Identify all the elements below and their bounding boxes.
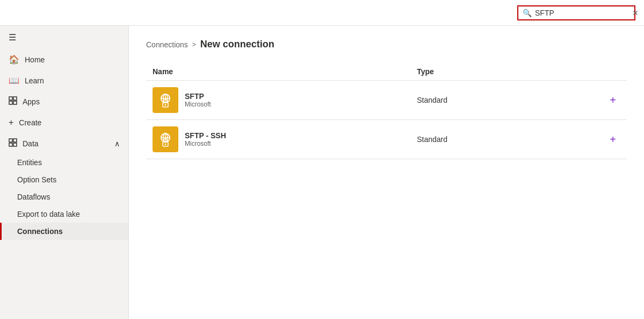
sftp-ssh-name: SFTP - SSH: [185, 131, 226, 140]
svg-rect-2: [9, 101, 12, 104]
sidebar-item-apps-label: Apps: [23, 97, 40, 106]
sidebar-item-option-sets[interactable]: Option Sets: [0, 171, 128, 188]
sidebar-item-connections[interactable]: Connections: [0, 223, 128, 240]
column-header-action: [579, 63, 627, 81]
sidebar-item-home[interactable]: 🏠 Home: [0, 49, 128, 70]
sidebar-item-entities[interactable]: Entities: [0, 154, 128, 171]
sftp-name: SFTP: [185, 92, 211, 101]
breadcrumb-current: New connection: [200, 39, 274, 50]
data-section-label: Data: [23, 139, 39, 148]
sftp-publisher: Microsoft: [185, 101, 211, 108]
content-area: Connections > New connection Name Type: [129, 26, 644, 319]
svg-point-19: [165, 144, 167, 145]
svg-rect-5: [13, 139, 17, 142]
svg-rect-3: [13, 101, 17, 104]
search-icon: 🔍: [523, 9, 532, 17]
sidebar-item-apps[interactable]: Apps: [0, 91, 128, 112]
svg-rect-1: [13, 97, 17, 100]
column-header-type: Type: [410, 63, 578, 81]
table-row: SFTP - SSH Microsoft Standard +: [146, 120, 627, 159]
column-header-name: Name: [146, 63, 410, 81]
hamburger-button[interactable]: ☰: [0, 26, 128, 49]
table-header-row: Name Type: [146, 63, 627, 81]
sidebar-item-export[interactable]: Export to data lake: [0, 205, 128, 223]
sftp-add-button[interactable]: +: [605, 92, 620, 109]
connector-name-cell: SFTP - SSH Microsoft: [146, 120, 410, 159]
apps-icon: [9, 96, 17, 107]
sftp-add-cell: +: [579, 81, 627, 120]
top-bar: 🔍 ✕: [0, 0, 644, 26]
sidebar-item-learn[interactable]: 📖 Learn: [0, 70, 128, 91]
sftp-ssh-type: Standard: [410, 120, 578, 159]
breadcrumb-separator: >: [192, 41, 196, 48]
sftp-icon: [153, 87, 178, 113]
search-box: 🔍 ✕: [517, 5, 635, 20]
close-icon[interactable]: ✕: [632, 9, 639, 17]
book-icon: 📖: [9, 75, 19, 86]
svg-rect-7: [13, 143, 17, 146]
sftp-type: Standard: [410, 81, 578, 120]
connections-table: Name Type: [146, 63, 627, 159]
table-row: SFTP Microsoft Standard +: [146, 81, 627, 120]
svg-point-13: [165, 104, 167, 106]
data-grid-icon: [9, 138, 17, 148]
svg-rect-0: [9, 97, 12, 100]
sidebar-item-create-label: Create: [19, 118, 41, 127]
svg-rect-6: [9, 143, 12, 146]
search-input[interactable]: [535, 9, 629, 17]
sidebar-item-create[interactable]: + Create: [0, 112, 128, 133]
breadcrumb: Connections > New connection: [146, 39, 627, 50]
sftp-ssh-icon: [153, 126, 178, 152]
data-section-header[interactable]: Data ∧: [0, 133, 128, 154]
create-icon: +: [9, 118, 13, 127]
sidebar: ☰ 🏠 Home 📖 Learn Apps + Create: [0, 26, 129, 319]
sidebar-item-learn-label: Learn: [25, 76, 44, 85]
sftp-ssh-add-cell: +: [579, 120, 627, 159]
sidebar-item-home-label: Home: [25, 55, 45, 64]
svg-rect-4: [9, 139, 12, 142]
sftp-ssh-add-button[interactable]: +: [605, 131, 620, 148]
sftp-ssh-publisher: Microsoft: [185, 140, 226, 147]
breadcrumb-parent[interactable]: Connections: [146, 40, 188, 49]
chevron-up-icon: ∧: [114, 139, 120, 148]
home-icon: 🏠: [9, 54, 19, 65]
sidebar-item-dataflows[interactable]: Dataflows: [0, 188, 128, 205]
connector-name-cell: SFTP Microsoft: [146, 81, 410, 120]
main-layout: ☰ 🏠 Home 📖 Learn Apps + Create: [0, 26, 644, 319]
